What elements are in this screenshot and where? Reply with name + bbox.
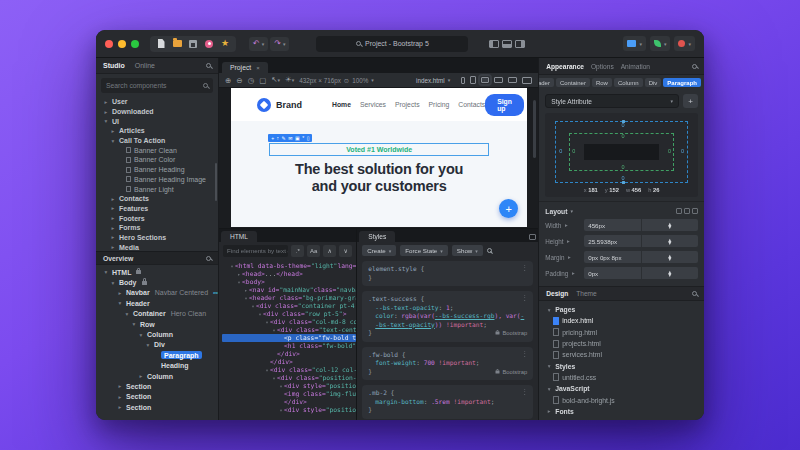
- design-item-images[interactable]: ▸Images: [539, 417, 704, 420]
- library-item[interactable]: ▸Footers: [96, 213, 218, 223]
- code-line[interactable]: ▾<div class="col-12 col-lg-10 mx-auto">: [222, 366, 356, 374]
- overview-node[interactable]: ▸Section: [96, 402, 218, 412]
- overview-node[interactable]: ▾ContainerHero Clean: [96, 309, 218, 319]
- overview-node[interactable]: ▾Row: [96, 319, 218, 329]
- library-item[interactable]: ▾Call To Action: [96, 136, 218, 146]
- device-phone-icon[interactable]: [461, 77, 465, 84]
- tree-arrow-icon[interactable]: ▾: [131, 321, 137, 327]
- tree-arrow-icon[interactable]: ▾: [103, 269, 109, 275]
- tree-arrow-icon[interactable]: ▾: [103, 118, 109, 124]
- code-line[interactable]: ▾<body>: [222, 278, 356, 286]
- code-line[interactable]: ▾<div class="container pt-4 pt-xl-5">: [222, 302, 356, 310]
- code-line[interactable]: ▾<div class="position-relative" style="d…: [222, 374, 356, 382]
- tree-arrow-icon[interactable]: ▾: [145, 342, 151, 348]
- layout-section-header[interactable]: Layout ▾: [545, 205, 698, 217]
- tree-arrow-icon[interactable]: ▸: [103, 109, 109, 115]
- tree-arrow-icon[interactable]: ▸: [117, 394, 123, 400]
- export-dropdown[interactable]: ▾: [650, 36, 671, 51]
- css-rule-card[interactable]: ⋮.text-success {--bs-text-opacity: 1;col…: [362, 291, 533, 342]
- settings-icon[interactable]: *: [302, 136, 304, 141]
- find-next-button[interactable]: ∨: [339, 245, 352, 257]
- save-button[interactable]: [186, 38, 200, 50]
- zoom-in-icon[interactable]: ⊕: [225, 77, 231, 84]
- margin-left-value[interactable]: 0: [559, 149, 562, 155]
- library-item[interactable]: ▸Forms: [96, 223, 218, 233]
- layout-padding-input[interactable]: 0px▴▾: [584, 267, 698, 279]
- nav-link-projects[interactable]: Projects: [395, 101, 420, 108]
- tab-overview[interactable]: Overview: [103, 255, 133, 262]
- close-tab-icon[interactable]: ×: [256, 65, 260, 71]
- library-item[interactable]: ▸Media: [96, 242, 218, 251]
- library-item[interactable]: ▸User: [96, 97, 218, 107]
- code-line[interactable]: ▸<head>...</head>: [222, 270, 356, 278]
- tab-html[interactable]: HTML: [221, 231, 257, 242]
- layout-width-input[interactable]: 456px▴▾: [584, 219, 698, 231]
- breadcrumb-paragraph[interactable]: Paragraph: [663, 78, 701, 87]
- code-line[interactable]: <p class="fw-bold text-success mb-2">Vot…: [222, 334, 356, 342]
- expand-icon[interactable]: ▸: [566, 254, 572, 260]
- overview-node[interactable]: ▾Header: [96, 298, 218, 308]
- maximize-window-button[interactable]: [131, 40, 139, 48]
- design-item-index-html[interactable]: index.html: [539, 315, 704, 326]
- tab-online[interactable]: Online: [135, 62, 155, 69]
- breadcrumb-row[interactable]: Row: [592, 78, 612, 87]
- breadcrumb-header[interactable]: Header: [539, 78, 554, 87]
- show-filter-button[interactable]: Show▾: [452, 245, 483, 256]
- code-line[interactable]: </div>: [222, 358, 356, 366]
- search-icon[interactable]: [206, 256, 211, 261]
- box-model-margin[interactable]: 00000000: [555, 121, 688, 183]
- code-line[interactable]: <h1 class="fw-bold">The best solution fo…: [222, 342, 356, 350]
- force-state-button[interactable]: Force State▾: [400, 245, 448, 256]
- add-style-button[interactable]: +: [683, 94, 698, 108]
- search-icon[interactable]: [692, 64, 697, 69]
- tab-studio[interactable]: Studio: [103, 62, 125, 69]
- regex-toggle-button[interactable]: .*: [291, 245, 304, 257]
- history-icon[interactable]: ◷: [248, 77, 255, 84]
- component-search-input[interactable]: Search components: [101, 78, 213, 93]
- breadcrumb-div[interactable]: Div: [645, 78, 662, 87]
- move-icon[interactable]: +: [271, 136, 274, 141]
- tree-arrow-icon[interactable]: ▸: [110, 225, 116, 231]
- code-line[interactable]: ▾<div style="position: relative;flex: 0 …: [222, 406, 356, 414]
- tree-arrow-icon[interactable]: ▾: [117, 300, 123, 306]
- value-stepper[interactable]: ▴▾: [641, 235, 698, 247]
- search-icon[interactable]: [692, 291, 697, 296]
- nav-link-pricing[interactable]: Pricing: [429, 101, 450, 108]
- overview-node[interactable]: ▾Column: [96, 329, 218, 339]
- preview-heading[interactable]: The best solution for you and your custo…: [231, 161, 527, 195]
- nav-link-services[interactable]: Services: [360, 101, 386, 108]
- canvas-dimensions[interactable]: 432px × 716px ⊙ 100% ▾: [299, 77, 373, 84]
- library-item[interactable]: Banner Heading Image: [96, 175, 218, 185]
- tree-arrow-icon[interactable]: ▸: [110, 128, 116, 134]
- preview-brand[interactable]: Brand: [257, 98, 302, 112]
- css-rule-card[interactable]: ⋮.mb-2 {margin-bottom: .5rem !important;…: [362, 385, 533, 419]
- extensions-button[interactable]: [202, 38, 216, 50]
- layout-height-input[interactable]: 25.5938px▴▾: [584, 235, 698, 247]
- css-rule-card[interactable]: ⋮element.style {}: [362, 261, 533, 286]
- value-stepper[interactable]: ▴▾: [641, 251, 698, 263]
- code-line[interactable]: ▸<nav id="mainNav" class="navbar navbar-…: [222, 286, 356, 294]
- breadcrumb-container[interactable]: Container: [556, 78, 590, 87]
- cursor-mode-dropdown[interactable]: ↖▾: [271, 76, 280, 84]
- tree-arrow-icon[interactable]: ▸: [110, 244, 116, 250]
- overview-node[interactable]: ▸Column: [96, 371, 218, 381]
- margin-handle[interactable]: [622, 181, 625, 184]
- code-line[interactable]: ▾<div style="position: relative;flex: 0 …: [222, 382, 356, 390]
- code-line[interactable]: <img class="img-fluid" data-bss-parallax…: [222, 390, 356, 398]
- tab-styles[interactable]: Styles: [359, 231, 395, 242]
- redo-button[interactable]: ↷▾: [270, 37, 289, 51]
- code-line[interactable]: </div>: [222, 398, 356, 406]
- tree-arrow-icon[interactable]: ▸: [138, 373, 144, 379]
- rule-menu-icon[interactable]: ⋮: [521, 264, 528, 273]
- css-rule-card[interactable]: ⋮.fw-bold {font-weight: 700 !important;}…: [362, 347, 533, 381]
- margin-right-value[interactable]: 0: [681, 149, 684, 155]
- tree-arrow-icon[interactable]: ▾: [110, 138, 116, 144]
- tree-arrow-icon[interactable]: ▾: [110, 280, 116, 286]
- new-file-button[interactable]: [154, 38, 168, 50]
- tab-options[interactable]: Options: [591, 63, 614, 70]
- tree-arrow-icon[interactable]: ▾: [546, 386, 552, 392]
- overview-node[interactable]: ▸Section: [96, 381, 218, 391]
- find-elements-input[interactable]: Find elements by text or CSS selector: [223, 245, 288, 257]
- create-style-button[interactable]: Create▾: [362, 245, 396, 256]
- overview-node[interactable]: ▸Section: [96, 392, 218, 402]
